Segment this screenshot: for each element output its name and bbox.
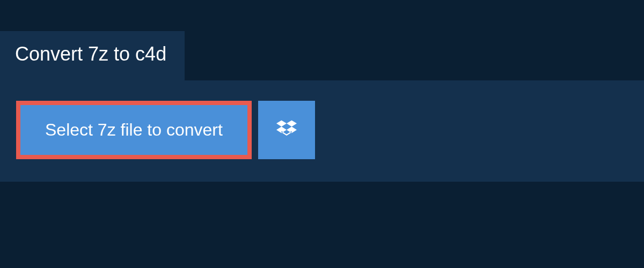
upload-panel: Select 7z file to convert [0,80,644,182]
page-title: Convert 7z to c4d [15,43,166,65]
dropbox-button[interactable] [258,101,315,159]
header-tab: Convert 7z to c4d [0,31,185,80]
button-row: Select 7z file to convert [16,101,628,159]
dropbox-icon [276,119,297,141]
select-file-label: Select 7z file to convert [45,120,223,140]
select-file-button[interactable]: Select 7z file to convert [16,101,252,159]
